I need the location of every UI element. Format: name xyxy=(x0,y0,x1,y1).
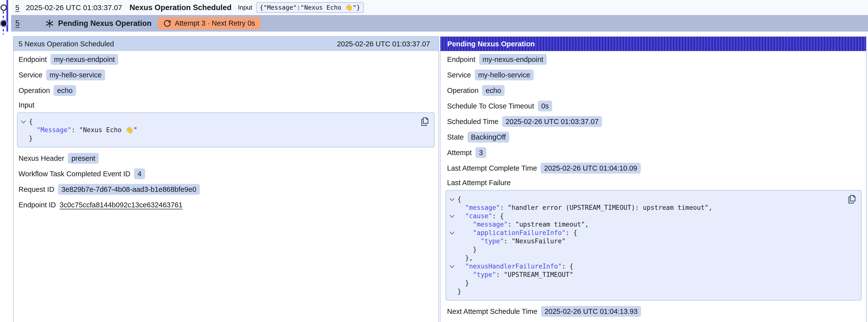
field-label: Request ID xyxy=(19,185,54,194)
code-gutter xyxy=(448,279,458,287)
collapse-chevron-icon[interactable] xyxy=(448,212,458,220)
field-row-service: Service my-hello-service xyxy=(445,69,862,80)
field-row-workflow-task-completed-event-id: Workflow Task Completed Event ID 4 xyxy=(17,168,434,179)
json-code-line: }, xyxy=(448,254,856,262)
field-value-chip: my-hello-service xyxy=(46,69,105,80)
field-row-operation: Operation echo xyxy=(445,85,862,96)
field-value-chip: 3e829b7e-7d67-4b08-aad3-b1e868bfe9e0 xyxy=(58,184,200,195)
field-label: Endpoint xyxy=(19,56,47,64)
field-row-service: Service my-hello-service xyxy=(17,69,434,80)
timeline-selected-dot-icon[interactable] xyxy=(1,21,6,26)
field-value-chip: 3 xyxy=(475,147,486,158)
code-gutter xyxy=(448,287,458,296)
field-value-chip: 0s xyxy=(538,101,552,111)
json-code-line: } xyxy=(20,134,429,142)
panel-pending-nexus-operation: Pending Nexus Operation Endpoint my-nexu… xyxy=(440,36,867,322)
collapse-chevron-icon[interactable] xyxy=(448,195,458,203)
field-value-chip: 2025-02-26 UTC 01:04:13.93 xyxy=(541,306,641,317)
json-code-text: { xyxy=(29,117,33,126)
field-label: Endpoint ID xyxy=(19,201,56,209)
collapse-chevron-icon[interactable] xyxy=(448,229,458,237)
field-label: Last Attempt Complete Time xyxy=(447,164,537,172)
json-code-line: { xyxy=(448,195,856,203)
input-json-viewer: {"Message": "Nexus Echo 👋"} xyxy=(17,112,434,148)
field-value-chip: 2025-02-26 UTC 01:04:10.09 xyxy=(540,163,641,173)
right-panel-title: Pending Nexus Operation xyxy=(447,40,535,48)
pending-event-title: Pending Nexus Operation xyxy=(58,19,152,28)
copy-button[interactable] xyxy=(847,194,857,204)
collapse-chevron-icon[interactable] xyxy=(448,262,458,270)
field-label: Attempt xyxy=(447,149,472,157)
field-row-state: State BackingOff xyxy=(445,132,862,142)
field-label: Schedule To Close Timeout xyxy=(447,102,534,110)
field-label: Scheduled Time xyxy=(447,118,498,126)
json-code-text: "message": "upstream timeout", xyxy=(458,220,589,229)
left-panel-body: Endpoint my-nexus-endpoint Service my-he… xyxy=(13,51,438,210)
json-code-line: "type": "UPSTREAM_TIMEOUT" xyxy=(448,270,856,279)
json-code-text: } xyxy=(29,134,33,142)
json-code-line: { xyxy=(20,117,429,126)
json-code-line: "Message": "Nexus Echo 👋" xyxy=(20,126,429,134)
field-value-chip: 2025-02-26 UTC 01:03:37.07 xyxy=(502,116,602,127)
field-row-endpoint: Endpoint my-nexus-endpoint xyxy=(17,54,434,65)
field-label: Operation xyxy=(19,87,50,95)
json-code-line: "type": "NexusFailure" xyxy=(448,237,856,245)
field-label: Next Attempt Schedule Time xyxy=(447,308,537,316)
field-label: State xyxy=(447,133,464,141)
json-code-line: } xyxy=(448,279,856,287)
json-code-text: } xyxy=(458,245,477,254)
json-code-line: "cause": { xyxy=(448,212,856,220)
field-row-nexus-header: Nexus Header present xyxy=(17,153,434,164)
field-label: Operation xyxy=(447,87,478,95)
field-row-endpoint: Endpoint my-nexus-endpoint xyxy=(445,54,862,65)
field-value-chip: echo xyxy=(482,85,504,96)
event-title: Nexus Operation Scheduled xyxy=(129,3,231,12)
failure-json-viewer: {"message": "handler error (UPSTREAM_TIM… xyxy=(445,190,862,300)
field-row-last-attempt-complete-time: Last Attempt Complete Time 2025-02-26 UT… xyxy=(445,163,862,173)
field-row-next-attempt-schedule-time: Next Attempt Schedule Time 2025-02-26 UT… xyxy=(445,306,862,317)
json-code-text: "type": "NexusFailure" xyxy=(458,237,565,245)
event-input-label: Input xyxy=(238,4,252,11)
pending-event-id-link[interactable]: 5 xyxy=(15,19,20,28)
field-row-schedule-to-close-timeout: Schedule To Close Timeout 0s xyxy=(445,101,862,111)
json-code-text: "type": "UPSTREAM_TIMEOUT" xyxy=(458,270,574,279)
field-label: Workflow Task Completed Event ID xyxy=(19,170,130,178)
json-code-line: } xyxy=(448,287,856,296)
event-id-link[interactable]: 5 xyxy=(15,3,20,12)
code-gutter xyxy=(448,237,458,245)
json-code-line: "message": "upstream timeout", xyxy=(448,220,856,229)
field-value-chip: my-nexus-endpoint xyxy=(479,54,547,65)
panel-nexus-operation-scheduled: 5 Nexus Operation Scheduled 2025-02-26 U… xyxy=(13,36,439,322)
endpoint-id-link[interactable]: 3c0c75ccfa8144b092c13ce632463761 xyxy=(60,201,183,209)
code-gutter xyxy=(448,203,458,212)
json-code-line: "nexusHandlerFailureInfo": { xyxy=(448,262,856,270)
json-code-text: } xyxy=(458,279,469,287)
timeline-active-bar xyxy=(6,0,8,32)
right-panel-header: Pending Nexus Operation xyxy=(440,37,866,51)
field-row-scheduled-time: Scheduled Time 2025-02-26 UTC 01:03:37.0… xyxy=(445,116,862,127)
status-badge: BackingOff xyxy=(468,132,509,142)
field-value-chip: echo xyxy=(54,85,76,96)
timeline-event-circle-icon[interactable] xyxy=(0,4,7,11)
event-input-preview-chip: {"Message":"Nexus Echo 👋"} xyxy=(256,2,364,13)
code-gutter xyxy=(448,254,458,262)
input-section-label: Input xyxy=(17,101,434,109)
field-row-request-id: Request ID 3e829b7e-7d67-4b08-aad3-b1e86… xyxy=(17,184,434,195)
pending-asterisk-icon xyxy=(45,19,54,28)
collapse-chevron-icon[interactable] xyxy=(20,117,29,126)
json-code-text: "applicationFailureInfo": { xyxy=(458,229,577,237)
field-label: Service xyxy=(447,71,471,79)
event-row-nexus-operation-scheduled[interactable]: 5 2025-02-26 UTC 01:03:37.07 Nexus Opera… xyxy=(11,0,868,15)
retry-icon xyxy=(163,20,171,27)
field-label: Service xyxy=(19,71,42,79)
left-panel-timestamp: 2025-02-26 UTC 01:03:37.07 xyxy=(337,40,430,48)
json-code-text: }, xyxy=(458,254,473,262)
event-timestamp: 2025-02-26 UTC 01:03:37.07 xyxy=(26,3,122,12)
event-row-pending-nexus-operation[interactable]: 5 Pending Nexus Operation Attempt 3 · Ne… xyxy=(11,15,868,32)
json-code-text: "message": "handler error (UPSTREAM_TIME… xyxy=(458,203,712,212)
code-gutter xyxy=(448,245,458,254)
copy-button[interactable] xyxy=(420,117,430,127)
left-panel-title: 5 Nexus Operation Scheduled xyxy=(19,40,114,48)
last-attempt-failure-label: Last Attempt Failure xyxy=(445,178,862,187)
retry-attempt-badge: Attempt 3 · Next Retry 0s xyxy=(158,17,260,29)
